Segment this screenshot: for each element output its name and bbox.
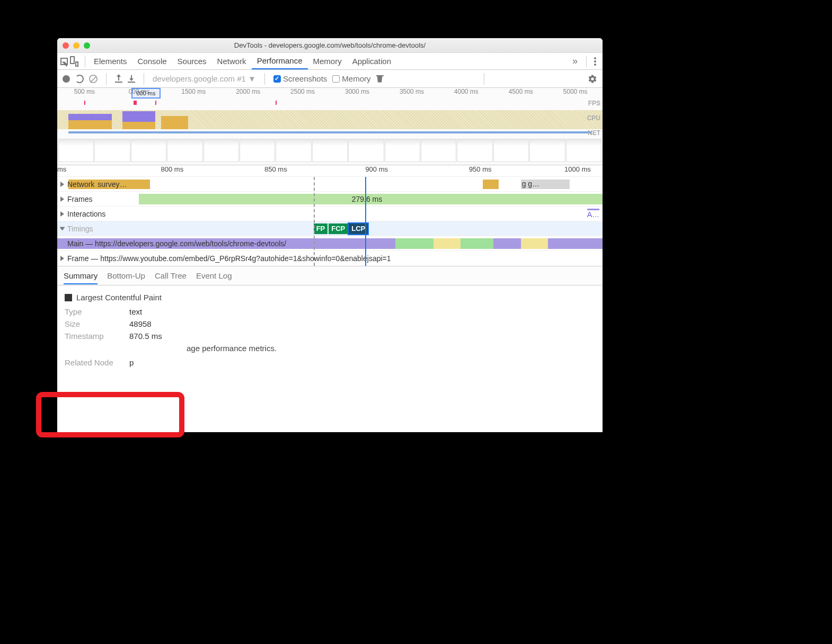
inspect-button[interactable] <box>59 53 69 69</box>
tab-application[interactable]: Application <box>347 53 396 69</box>
disclosure-down-icon <box>60 227 65 230</box>
cpu-label: CPU <box>587 114 600 122</box>
net-track <box>57 131 603 136</box>
event-color-swatch <box>65 294 72 301</box>
screenshots-checkbox[interactable]: ✓ Screenshots <box>273 74 327 83</box>
annotation-highlight-box <box>36 392 184 437</box>
summary-panel: Largest Contentful Paint Typetext Size48… <box>57 285 603 367</box>
kv-key: Size <box>65 319 123 328</box>
tab-console[interactable]: Console <box>132 53 172 69</box>
device-icon <box>70 56 81 67</box>
devtools-window: DevTools - developers.google.com/web/too… <box>57 38 603 432</box>
divider <box>264 73 265 85</box>
dtab-eventlog[interactable]: Event Log <box>196 271 232 280</box>
detail-tabs: Summary Bottom-Up Call Tree Event Log <box>57 266 603 285</box>
cpu-track <box>57 110 603 129</box>
checkbox-on-icon: ✓ <box>273 75 281 83</box>
divider <box>106 73 107 85</box>
divider <box>144 73 144 85</box>
disclosure-icon <box>60 211 64 217</box>
dtab-calltree[interactable]: Call Tree <box>155 271 187 280</box>
devtools-tabs: Elements Console Sources Network Perform… <box>57 53 603 70</box>
capture-settings-button[interactable] <box>588 74 597 84</box>
save-profile-icon[interactable] <box>128 75 135 83</box>
checkbox-off-icon <box>332 75 340 83</box>
kv-key: Related Node <box>65 358 123 367</box>
fcp-marker[interactable]: FCP <box>329 223 348 234</box>
related-node-link[interactable]: p <box>129 358 134 367</box>
divider <box>586 56 587 67</box>
flame-chart[interactable]: ms 800 ms 850 ms 900 ms 950 ms 1000 ms N… <box>57 165 603 266</box>
memory-checkbox[interactable]: Memory <box>332 74 370 83</box>
settings-menu-button[interactable] <box>590 56 600 67</box>
overview-viewport[interactable]: 000 ms <box>131 88 161 99</box>
track-main[interactable]: Main — https://developers.google.com/web… <box>57 236 603 251</box>
kv-value: 48958 <box>129 319 152 328</box>
screenshot-strip <box>57 139 603 162</box>
track-frame[interactable]: Frame — https://www.youtube.com/embed/G_… <box>57 251 603 266</box>
kv-value: 870.5 ms <box>129 332 162 341</box>
event-title: Largest Contentful Paint <box>76 293 162 302</box>
track-network[interactable]: Network survey… g g… <box>57 177 603 192</box>
disclosure-icon <box>60 196 64 202</box>
tab-memory[interactable]: Memory <box>308 53 347 69</box>
reload-icon[interactable] <box>75 75 84 83</box>
disclosure-icon <box>60 256 64 261</box>
kv-key: Type <box>65 307 123 316</box>
kv-value: text <box>129 307 142 316</box>
flame-ruler: ms 800 ms 850 ms 900 ms 950 ms 1000 ms <box>57 165 603 177</box>
more-tabs-button[interactable]: » <box>567 56 583 67</box>
divider <box>484 73 484 85</box>
track-frames[interactable]: Frames 279.6 ms <box>57 192 603 207</box>
load-profile-icon[interactable] <box>115 75 122 83</box>
net-label: NET <box>588 129 600 137</box>
fp-marker[interactable]: FP <box>314 223 328 234</box>
device-toggle-button[interactable] <box>69 53 82 69</box>
dtab-summary[interactable]: Summary <box>64 271 98 284</box>
marker-line <box>314 177 315 266</box>
titlebar: DevTools - developers.google.com/web/too… <box>57 38 603 53</box>
window-title: DevTools - developers.google.com/web/too… <box>57 41 603 49</box>
tab-performance[interactable]: Performance <box>252 53 308 69</box>
dtab-bottomup[interactable]: Bottom-Up <box>107 271 145 280</box>
record-button[interactable] <box>63 75 70 83</box>
tab-sources[interactable]: Sources <box>172 53 212 69</box>
summary-heading: Largest Contentful Paint <box>65 293 595 302</box>
inspect-icon <box>60 58 68 65</box>
tab-network[interactable]: Network <box>212 53 252 69</box>
recording-selector[interactable]: developers.google.com #1 ▼ <box>153 74 256 83</box>
tab-elements[interactable]: Elements <box>88 53 132 69</box>
track-timings[interactable]: Timings FP FCP LCP <box>57 221 603 236</box>
trash-icon[interactable] <box>376 75 384 83</box>
gear-icon <box>588 74 597 84</box>
perf-toolbar: developers.google.com #1 ▼ ✓ Screenshots… <box>57 70 603 88</box>
partial-text: age performance metrics. <box>187 344 277 353</box>
divider <box>85 56 85 67</box>
kv-key: Timestamp <box>65 332 123 341</box>
playhead[interactable] <box>365 177 366 266</box>
clear-icon[interactable] <box>89 75 98 83</box>
track-interactions[interactable]: Interactions A… <box>57 207 603 221</box>
disclosure-icon <box>60 182 64 187</box>
overview-panel[interactable]: 500 ms000 ms1500 ms2000 ms2500 ms3000 ms… <box>57 88 603 165</box>
